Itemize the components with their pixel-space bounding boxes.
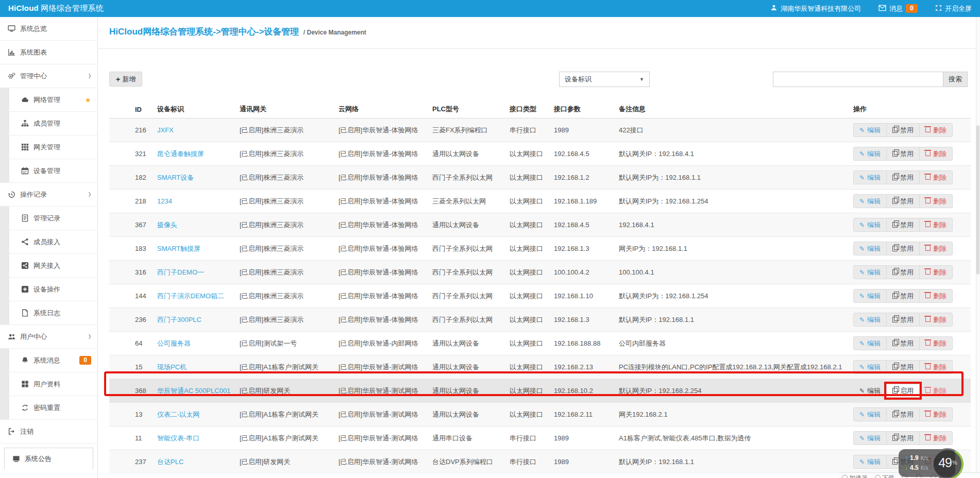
sidebar-item-management-records[interactable]: 管理记录 xyxy=(0,207,97,230)
device-name-link[interactable]: 台达PLC xyxy=(157,458,183,466)
add-device-button[interactable]: +新增 xyxy=(109,72,142,87)
disable-button[interactable]: 禁用 xyxy=(886,289,920,303)
edit-button[interactable]: ✎编辑 xyxy=(853,242,887,255)
sidebar-item-system-announcement[interactable]: 系统公告 xyxy=(4,448,93,469)
delete-button[interactable]: 删除 xyxy=(919,242,953,255)
trash-icon xyxy=(925,151,931,156)
disable-button[interactable]: 禁用 xyxy=(886,313,920,327)
disable-button[interactable]: 禁用 xyxy=(886,336,920,350)
sidebar-item-device-management[interactable]: 设备管理 xyxy=(0,159,97,183)
device-name-link[interactable]: 昆仑通泰触摸屏 xyxy=(157,150,204,158)
delete-button[interactable]: 删除 xyxy=(919,265,953,279)
sidebar-item-logout[interactable]: 注销 xyxy=(0,420,97,443)
sidebar-item-system-logs[interactable]: 系统日志 xyxy=(0,301,97,325)
sidebar-item-member-access[interactable]: 成员接入 xyxy=(0,230,97,254)
header-interface-param: 接口参数 xyxy=(550,100,615,118)
filter-field-select[interactable]: 设备标识 ▼ xyxy=(559,72,650,87)
delete-button[interactable]: 删除 xyxy=(919,289,953,303)
document-icon xyxy=(21,214,29,223)
sidebar-item-gateway-management[interactable]: 网关管理 xyxy=(0,135,97,159)
sidebar-item-user-profile[interactable]: 用户资料 xyxy=(0,372,97,396)
disable-button[interactable]: 禁用 xyxy=(886,218,920,232)
disable-button[interactable]: 禁用 xyxy=(886,194,920,208)
company-account[interactable]: 湖南华辰智通科技有限公司 xyxy=(770,4,861,13)
vertical-scrollbar[interactable] xyxy=(976,17,980,478)
disable-button[interactable]: 禁用 xyxy=(886,242,920,255)
disable-button[interactable]: 禁用 xyxy=(886,360,920,374)
sidebar-item-system-charts[interactable]: 系统图表 xyxy=(0,41,97,64)
edit-button[interactable]: ✎编辑 xyxy=(853,147,887,161)
delete-button[interactable]: 删除 xyxy=(919,218,953,232)
search-input[interactable] xyxy=(773,72,943,87)
messages-menu[interactable]: 消息 0 xyxy=(878,4,918,13)
scrollbar-thumb[interactable] xyxy=(976,125,979,275)
favorite-star-icon[interactable]: ★ xyxy=(85,96,91,104)
messages-label: 消息 xyxy=(889,4,903,13)
edit-button[interactable]: ✎编辑 xyxy=(853,289,887,303)
edit-button[interactable]: ✎编辑 xyxy=(853,194,887,208)
edit-button[interactable]: ✎编辑 xyxy=(853,360,887,374)
delete-button[interactable]: 删除 xyxy=(919,407,953,421)
cell-gateway: [已启用]研发网关 xyxy=(235,450,334,474)
delete-button[interactable]: 删除 xyxy=(919,313,953,327)
device-name-link[interactable]: 现场PC机 xyxy=(157,363,187,371)
table-row: 216JXFX[已启用]株洲三菱演示[已启用]华辰智通-体验网络三菱FX系列编程… xyxy=(109,118,971,142)
sidebar-item-member-management[interactable]: 成员管理 xyxy=(0,112,97,135)
device-name-link[interactable]: SMART触摸屏 xyxy=(157,245,200,252)
edit-button[interactable]: ✎编辑 xyxy=(853,123,887,137)
device-name-link[interactable]: 1234 xyxy=(157,197,172,205)
disable-button[interactable]: 禁用 xyxy=(886,147,920,161)
cell-cloud-network: [已启用]华辰智通-体验网络 xyxy=(334,118,428,142)
device-name-link[interactable]: SMART设备 xyxy=(157,174,194,181)
edit-button[interactable]: ✎编辑 xyxy=(853,265,887,279)
search-button[interactable]: 搜索 xyxy=(943,72,968,87)
disable-button[interactable]: 禁用 xyxy=(886,431,920,445)
edit-button[interactable]: ✎编辑 xyxy=(853,313,887,327)
device-name-link[interactable]: JXFX xyxy=(157,126,174,134)
sidebar-item-password-reset[interactable]: 密码重置 xyxy=(0,396,97,420)
disable-button[interactable]: 禁用 xyxy=(886,407,920,421)
fullscreen-toggle[interactable]: 开启全屏 xyxy=(935,4,972,13)
boost-percent-widget[interactable]: 49% xyxy=(931,447,965,478)
download-item[interactable]: 下载 xyxy=(875,474,894,478)
delete-button[interactable]: 删除 xyxy=(919,431,953,445)
chevron-right-icon: › xyxy=(88,189,91,200)
delete-button[interactable]: 删除 xyxy=(919,170,953,184)
sidebar-item-device-operation[interactable]: 设备操作 xyxy=(0,278,97,301)
sidebar-item-management-center[interactable]: 管理中心› xyxy=(0,64,97,88)
device-name-link[interactable]: 公司服务器 xyxy=(157,339,191,347)
edit-button[interactable]: ✎编辑 xyxy=(853,431,887,445)
sidebar-item-network-management[interactable]: 网络管理★ xyxy=(0,88,97,112)
disable-button[interactable]: 禁用 xyxy=(886,123,920,137)
edit-button[interactable]: ✎编辑 xyxy=(853,455,887,469)
sidebar-item-user-center[interactable]: 用户中心› xyxy=(0,325,97,349)
delete-button[interactable]: 删除 xyxy=(919,147,953,161)
enable-button[interactable]: 启用 xyxy=(886,384,920,398)
sidebar-item-gateway-access[interactable]: 网关接入 xyxy=(0,254,97,278)
edit-button[interactable]: ✎编辑 xyxy=(853,384,887,398)
device-name-link[interactable]: 西门子300PLC xyxy=(157,316,201,323)
disable-button[interactable]: 禁用 xyxy=(886,170,920,184)
accelerator-item[interactable]: 加速器 xyxy=(842,474,868,478)
edit-button[interactable]: ✎编辑 xyxy=(853,336,887,350)
edit-button[interactable]: ✎编辑 xyxy=(853,407,887,421)
device-name-link[interactable]: 华辰智通AC 500PLC001 xyxy=(157,387,230,395)
sidebar-item-system-messages[interactable]: 系统消息0 xyxy=(0,349,97,372)
sidebar-item-operation-records[interactable]: 操作记录› xyxy=(0,183,97,207)
device-name-link[interactable]: 西门子演示DEMO箱二 xyxy=(157,292,224,300)
delete-button[interactable]: 删除 xyxy=(919,336,953,350)
delete-button[interactable]: 删除 xyxy=(919,360,953,374)
edit-button[interactable]: ✎编辑 xyxy=(853,170,887,184)
sidebar-item-label: 成员接入 xyxy=(33,237,60,247)
disable-button[interactable]: 禁用 xyxy=(886,265,920,279)
device-name-link[interactable]: 智能仪表-串口 xyxy=(157,434,199,442)
delete-button[interactable]: 删除 xyxy=(919,384,953,398)
device-name-link[interactable]: 西门子DEMO一 xyxy=(157,268,204,276)
edit-button[interactable]: ✎编辑 xyxy=(853,218,887,232)
sidebar-item-system-overview[interactable]: 系统总览 xyxy=(0,17,97,41)
delete-button[interactable]: 删除 xyxy=(919,194,953,208)
cell-interface-type: 以太网接口 xyxy=(505,332,550,355)
device-name-link[interactable]: 摄像头 xyxy=(157,221,177,229)
delete-button[interactable]: 删除 xyxy=(919,123,953,137)
device-name-link[interactable]: 仪表二-以太网 xyxy=(157,411,199,418)
